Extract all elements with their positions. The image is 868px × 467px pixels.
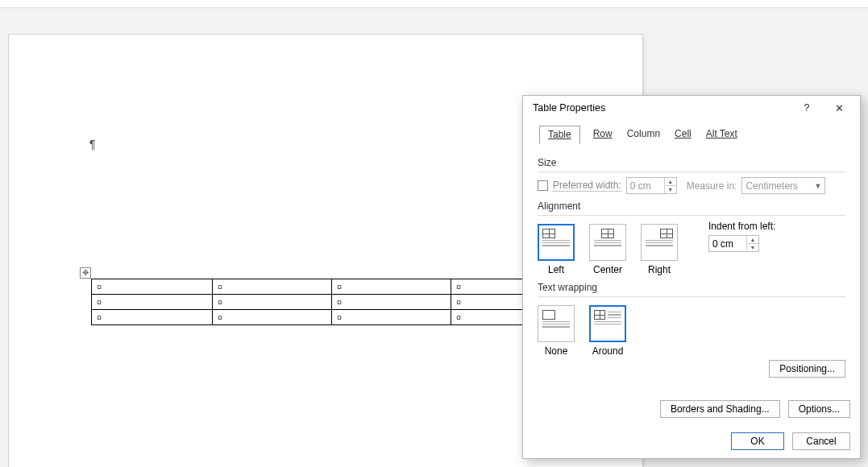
measure-in-value: Centimeters: [745, 180, 798, 192]
chevron-down-icon: ▼: [814, 182, 821, 190]
alignment-center-label: Center: [593, 264, 622, 275]
table-row[interactable]: ¤ ¤ ¤ ¤: [92, 310, 571, 325]
indent-from-left-input[interactable]: ▲▼: [708, 235, 759, 252]
size-section-label: Size: [538, 157, 845, 168]
wrapping-around-label: Around: [592, 345, 624, 357]
alignment-left-label: Left: [548, 264, 564, 275]
table-cell[interactable]: ¤: [332, 295, 451, 310]
table-move-handle[interactable]: ✥: [80, 267, 91, 279]
cancel-button[interactable]: Cancel: [792, 432, 850, 450]
close-button[interactable]: ✕: [823, 96, 855, 120]
wrapping-around-option[interactable]: [589, 305, 626, 342]
tab-label: Alt Text: [706, 128, 737, 139]
borders-and-shading-button[interactable]: Borders and Shading...: [660, 400, 780, 418]
table-cell[interactable]: ¤: [332, 310, 451, 325]
size-row: Preferred width: ▲▼ Measure in: Centimet…: [538, 177, 845, 194]
tab-label: Cell: [675, 128, 691, 139]
tab-label: Row: [593, 128, 613, 139]
tab-panel-table: Size Preferred width: ▲▼ Measure in: Cen…: [523, 144, 860, 378]
alignment-right-option[interactable]: [641, 224, 678, 261]
wrapping-none-icon: [542, 310, 570, 337]
measure-in-label: Measure in:: [687, 180, 737, 192]
alignment-left-option[interactable]: [538, 224, 575, 261]
table-cell[interactable]: ¤: [213, 295, 332, 310]
indent-from-left-label: Indent from left:: [708, 221, 775, 232]
dialog-title: Table Properties: [533, 102, 605, 114]
ruler: [0, 0, 868, 8]
tab-alt-text[interactable]: Alt Text: [704, 125, 739, 143]
preferred-width-field[interactable]: [627, 178, 664, 193]
document-table[interactable]: ¤ ¤ ¤ ¤ ¤ ¤ ¤ ¤ ¤ ¤ ¤ ¤: [91, 279, 571, 325]
table-properties-dialog: Table Properties ? ✕ Table Row Column Ce…: [522, 95, 861, 459]
table-cell[interactable]: ¤: [92, 310, 213, 325]
table-cell[interactable]: ¤: [332, 279, 451, 295]
tab-label: Table: [548, 129, 571, 140]
dialog-titlebar[interactable]: Table Properties ? ✕: [523, 96, 860, 120]
help-button[interactable]: ?: [791, 96, 823, 120]
measure-in-combo[interactable]: Centimeters ▼: [741, 177, 825, 194]
paragraph-mark: ¶: [89, 138, 96, 151]
dialog-tabs: Table Row Column Cell Alt Text: [523, 120, 860, 143]
preferred-width-input[interactable]: ▲▼: [626, 177, 677, 194]
positioning-button[interactable]: Positioning...: [769, 360, 845, 378]
table-cell[interactable]: ¤: [92, 279, 213, 295]
wrapping-section-label: Text wrapping: [538, 282, 845, 293]
wrapping-none-option[interactable]: [538, 305, 575, 342]
indent-from-left-field[interactable]: [709, 236, 746, 251]
dialog-bottom: Borders and Shading... Options... OK Can…: [523, 394, 860, 458]
tab-table[interactable]: Table: [539, 126, 580, 144]
tab-cell[interactable]: Cell: [673, 125, 693, 143]
preferred-width-checkbox[interactable]: [538, 180, 548, 191]
alignment-section-label: Alignment: [538, 200, 845, 212]
table-row[interactable]: ¤ ¤ ¤ ¤: [92, 295, 571, 310]
options-button[interactable]: Options...: [788, 400, 850, 418]
alignment-center-icon: [594, 229, 621, 256]
table-cell[interactable]: ¤: [213, 279, 332, 295]
spinner-icon[interactable]: ▲▼: [746, 236, 758, 251]
wrapping-options: None: [538, 305, 626, 357]
tab-row[interactable]: Row: [592, 125, 614, 143]
wrapping-none-label: None: [545, 345, 568, 357]
alignment-left-icon: [542, 229, 570, 256]
alignment-right-icon: [646, 229, 673, 256]
alignment-options: Left Center: [538, 224, 678, 275]
table-row[interactable]: ¤ ¤ ¤ ¤: [92, 279, 571, 295]
alignment-center-option[interactable]: [589, 224, 626, 261]
wrapping-around-icon: [594, 310, 621, 337]
preferred-width-label: Preferred width:: [553, 180, 621, 192]
tab-label: Column: [627, 128, 660, 139]
table-cell[interactable]: ¤: [213, 310, 332, 325]
spinner-icon[interactable]: ▲▼: [664, 178, 676, 193]
indent-from-left-group: Indent from left: ▲▼: [708, 221, 775, 252]
tab-column[interactable]: Column: [625, 125, 662, 143]
ok-button[interactable]: OK: [731, 432, 784, 450]
alignment-right-label: Right: [648, 264, 671, 275]
table-cell[interactable]: ¤: [92, 295, 213, 310]
